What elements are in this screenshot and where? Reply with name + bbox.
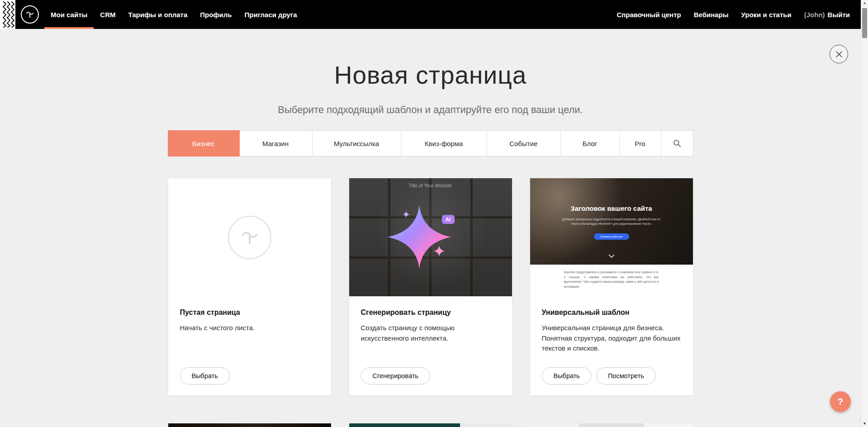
nav-my-sites[interactable]: Мои сайты [44, 0, 94, 29]
card-title: Пустая страница [180, 308, 319, 317]
template-category-tabs: Бизнес Магазин Мультиссылка Квиз-форма С… [168, 130, 693, 157]
preview-body: Коротко представьтесь и расскажите о ком… [530, 265, 693, 296]
ai-badge: AI [442, 215, 455, 224]
card-description: Универсальная страница для бизнеса. Поня… [542, 323, 681, 354]
top-navbar: Мои сайты CRM Тарифы и оплата Профиль Пр… [0, 0, 861, 29]
nav-invite-friend-label: Пригласи друга [244, 11, 297, 19]
template-card-universal: Заголовок вашего сайта Добавьте интересн… [530, 178, 693, 395]
tilda-logo-icon [25, 9, 35, 19]
template-card-partial[interactable] [349, 423, 512, 427]
card-title: Сгенерировать страницу [361, 308, 500, 317]
nav-webinars-label: Вебинары [694, 11, 729, 19]
view-universal-button[interactable]: Посмотреть [596, 367, 656, 384]
nav-crm[interactable]: CRM [94, 0, 122, 29]
card-description: Начать с чистого листа. [180, 323, 319, 333]
nav-invite-friend[interactable]: Пригласи друга [238, 0, 303, 29]
select-blank-button[interactable]: Выбрать [180, 367, 230, 384]
preview-heading: Заголовок вашего сайта [530, 204, 693, 212]
nav-lessons[interactable]: Уроки и статьи [735, 0, 798, 29]
generate-button[interactable]: Сгенерировать [361, 367, 430, 384]
card-description: Создать страницу с помощью искусственног… [361, 323, 500, 343]
nav-pricing[interactable]: Тарифы и оплата [122, 0, 194, 29]
chevron-down-icon [608, 254, 615, 258]
template-card-partial[interactable] [530, 423, 693, 427]
logout-label: Выйти [828, 11, 850, 19]
template-card-ai-generate: Title of Your Website About us [349, 178, 512, 395]
sparkle-tiny-icon [403, 211, 410, 218]
template-card-blank: Пустая страница Начать с чистого листа. … [168, 178, 331, 395]
nav-profile[interactable]: Профиль [194, 0, 238, 29]
tab-event[interactable]: Событие [487, 131, 561, 156]
nav-help-center[interactable]: Справочный центр [610, 0, 687, 29]
close-icon [835, 51, 843, 58]
scrollbar[interactable]: ▲ ▼ [861, 0, 868, 427]
template-card-partial[interactable] [168, 423, 331, 427]
tab-shop[interactable]: Магазин [239, 131, 313, 156]
preview-subtext: Добавьте интересные подробности о вашей … [559, 217, 663, 226]
tilda-logo[interactable] [21, 5, 39, 24]
sparkle-small-icon [433, 245, 445, 257]
corner-zigzag-decoration [0, 0, 15, 29]
tab-multilink[interactable]: Мультиссылка [313, 131, 401, 156]
nav-help-center-label: Справочный центр [617, 11, 681, 19]
new-page-dialog: Новая страница Выберите подходящий шабло… [0, 29, 861, 427]
universal-template-preview[interactable]: Заголовок вашего сайта Добавьте интересн… [530, 178, 693, 296]
tab-quiz-form[interactable]: Квиз-форма [401, 131, 487, 156]
nav-logout[interactable]: (John) Выйти [798, 0, 856, 29]
select-universal-button[interactable]: Выбрать [542, 367, 592, 384]
tab-pro[interactable]: Pro [620, 131, 661, 156]
collage-tile-label: About us [489, 233, 502, 237]
page-title: Новая страница [0, 61, 861, 90]
tab-blog[interactable]: Блог [561, 131, 620, 156]
nav-crm-label: CRM [100, 11, 115, 19]
nav-webinars[interactable]: Вебинары [688, 0, 735, 29]
template-grid: Пустая страница Начать с чистого листа. … [168, 178, 693, 395]
tab-business[interactable]: Бизнес [168, 131, 239, 156]
nav-pricing-label: Тарифы и оплата [128, 11, 187, 19]
username-label: (John) [804, 11, 825, 19]
card-title: Универсальный шаблон [542, 308, 681, 317]
app-window: Мои сайты CRM Тарифы и оплата Профиль Пр… [0, 0, 868, 427]
ai-sparkle-icon [385, 203, 453, 271]
page-subtitle: Выберите подходящий шаблон и адаптируйте… [0, 104, 861, 116]
tilda-watermark-icon [228, 216, 271, 259]
nav-profile-label: Профиль [200, 11, 232, 19]
ai-template-preview[interactable]: Title of Your Website About us [349, 178, 512, 296]
nav-lessons-label: Уроки и статьи [741, 11, 792, 19]
tab-search[interactable] [661, 131, 693, 156]
next-row-preview [168, 423, 693, 427]
nav-my-sites-label: Мои сайты [51, 11, 87, 19]
collage-faint-title: Title of Your Website [349, 183, 512, 188]
blank-template-preview[interactable] [168, 178, 331, 296]
search-icon [673, 139, 682, 148]
scroll-up-arrow[interactable]: ▲ [861, 0, 868, 6]
scrollbar-thumb[interactable] [862, 8, 867, 38]
zigzag-icon [1, 1, 14, 28]
preview-body-text: Коротко представьтесь и расскажите о ком… [564, 270, 659, 289]
preview-hero: Заголовок вашего сайта Добавьте интересн… [530, 178, 693, 265]
help-button[interactable]: ? [830, 391, 851, 412]
preview-cta-button: Основное действие [594, 233, 629, 240]
scroll-down-arrow[interactable]: ▼ [861, 421, 868, 427]
